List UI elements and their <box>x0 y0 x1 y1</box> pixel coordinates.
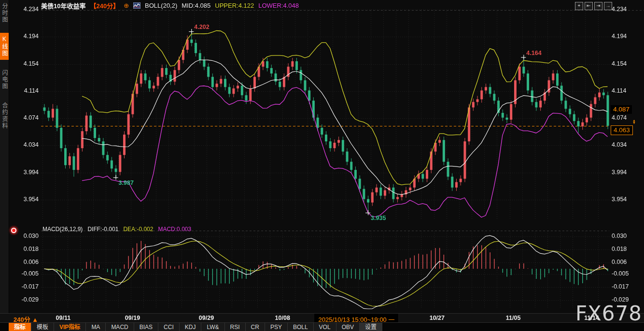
tab-MACD[interactable]: MACD <box>106 323 134 331</box>
price-axis-label-right: 4.194 <box>612 33 634 40</box>
price-axis-label-right: 3.954 <box>612 196 634 203</box>
price-axis-label-right: 3.994 <box>612 169 634 176</box>
trading-app-window: 分时图K线图闪电图合约资料 美债10年收益率 【240分】 ⊕ BOLL(20,… <box>0 0 644 331</box>
macd-hist-value: MACD:0.003 <box>158 226 191 233</box>
time-axis-tick: 11/05 <box>506 315 521 321</box>
time-axis-tick: 10/08 <box>275 315 290 321</box>
annotation-3.987: 3.987 <box>119 179 134 186</box>
price-axis-label-right: 4.234 <box>612 6 634 13</box>
tab-RSI[interactable]: RSI <box>225 323 246 331</box>
macd-diff-value: DIFF:-0.001 <box>87 226 118 233</box>
price-axis-label-left: 3.994 <box>16 169 39 176</box>
time-axis-tick: 09/29 <box>199 315 214 321</box>
boll-lower-value: LOWER:4.048 <box>258 2 299 9</box>
boll-mid-value: MID:4.085 <box>182 2 210 9</box>
sidebar-separator <box>0 26 9 33</box>
tab-KDJ[interactable]: KDJ <box>180 323 202 331</box>
axis-zoom-left-icon[interactable]: ⇤ <box>585 2 593 10</box>
tab-设置[interactable]: 设置 <box>360 323 382 331</box>
tab-VIP指标[interactable]: VIP指标 <box>54 323 86 331</box>
chart-type-icon[interactable] <box>133 2 140 9</box>
sidebar-separator <box>0 93 9 99</box>
tab-BIAS[interactable]: BIAS <box>134 323 158 331</box>
price-axis-label-right: 4.114 <box>612 87 634 94</box>
tab-CCI[interactable]: CCI <box>158 323 180 331</box>
period-tag[interactable]: 【240分】 <box>90 1 119 10</box>
price-arrows-icon[interactable]: ▲▼ <box>632 119 636 124</box>
tab-CR[interactable]: CR <box>246 323 265 331</box>
tab-模板[interactable]: 模板 <box>31 323 54 331</box>
macd-axis-label-left: -0.029 <box>16 296 39 303</box>
price-axis-label-right: 4.154 <box>612 60 634 67</box>
time-axis-tick: 09/11 <box>56 315 71 321</box>
macd-axis-label-left: -0.005 <box>16 270 39 277</box>
price-axis-label-right: 4.074 <box>612 114 634 121</box>
boll-label[interactable]: BOLL(20,2) <box>145 2 177 9</box>
alert-burst-icon[interactable] <box>11 228 16 233</box>
annotation-3.935: 3.935 <box>371 215 386 221</box>
pan-tool-icon[interactable]: + <box>575 2 583 10</box>
price-axis-label-left: 4.114 <box>16 87 39 94</box>
last-price-tag[interactable]: 4.063 <box>611 125 633 135</box>
price-axis-label-left: 4.194 <box>16 33 39 40</box>
time-axis-row: 240分 ▲ 09/1109/1909/2910/0810/2711/0511/… <box>0 313 644 323</box>
macd-axis-label-left: 0.006 <box>16 259 39 265</box>
price-axis-label-left: 4.234 <box>16 6 39 13</box>
price-axis-label-left: 3.954 <box>16 196 39 203</box>
macd-axis-label-right: 0.018 <box>612 246 634 252</box>
price-axis-label-left: 4.034 <box>16 141 39 148</box>
tab-PSY[interactable]: PSY <box>265 323 288 331</box>
pan-right-icon[interactable]: → <box>604 2 612 10</box>
indicator-tab-bar: 指标模板VIP指标MAMACDBIASCCIKDJLW&RSICRPSYBOLL… <box>0 322 644 331</box>
tab-指标[interactable]: 指标 <box>9 323 31 331</box>
tab-LW&[interactable]: LW& <box>201 323 224 331</box>
sidebar-item-3[interactable]: 闪电图 <box>0 67 9 93</box>
sidebar-item-4[interactable]: 合约资料 <box>0 99 9 132</box>
macd-axis-label-right: -0.017 <box>612 283 634 290</box>
macd-axis-label-right: 0.030 <box>612 233 634 239</box>
sidebar-separator <box>0 60 9 67</box>
macd-name[interactable]: MACD(26,12,9) <box>42 226 83 233</box>
macd-axis-label-left: -0.017 <box>16 283 39 290</box>
time-axis-tick: 09/19 <box>125 315 140 321</box>
price-axis-label-right: 4.034 <box>612 141 634 148</box>
price-axis-label-left: 4.074 <box>16 114 39 121</box>
annotation-4.164: 4.164 <box>526 50 541 56</box>
macd-axis-label-right: -0.005 <box>612 270 634 277</box>
price-axis-label-left: 4.154 <box>16 60 39 67</box>
time-axis-tick: 10/27 <box>430 315 445 321</box>
watermark: FX678 <box>575 302 642 325</box>
axis-zoom-right-icon[interactable]: ⇥ <box>594 2 602 10</box>
chart-canvas[interactable] <box>0 0 644 331</box>
instrument-title: 美债10年收益率 <box>41 1 85 10</box>
tab-MA[interactable]: MA <box>86 323 106 331</box>
annotation-4.202: 4.202 <box>194 24 209 30</box>
macd-dea-value: DEA:-0.002 <box>123 226 153 233</box>
boll-upper-value: UPPER:4.122 <box>215 2 254 9</box>
tab-BOLL[interactable]: BOLL <box>288 323 314 331</box>
tab-VOL[interactable]: VOL <box>314 323 336 331</box>
macd-header: MACD(26,12,9) DIFF:-0.001 DEA:-0.002 MAC… <box>42 226 191 233</box>
sidebar-item-2[interactable]: K线图 <box>0 33 9 60</box>
tab-OBV[interactable]: OBV <box>336 323 360 331</box>
sidebar-item-1[interactable]: 分时图 <box>0 0 9 26</box>
prev-close-tag: 4.087 <box>611 105 632 114</box>
add-indicator-icon[interactable]: ⊕ <box>124 2 129 9</box>
macd-axis-label-left: 0.030 <box>16 233 39 239</box>
chart-header: 美债10年收益率 【240分】 ⊕ BOLL(20,2) MID:4.085 U… <box>41 1 299 10</box>
macd-axis-label-right: 0.006 <box>612 259 634 265</box>
chart-type-sidebar: 分时图K线图闪电图合约资料 <box>0 0 9 331</box>
chart-toolbar: +⇤⇥→ <box>575 2 612 10</box>
macd-axis-label-left: 0.018 <box>16 246 39 252</box>
